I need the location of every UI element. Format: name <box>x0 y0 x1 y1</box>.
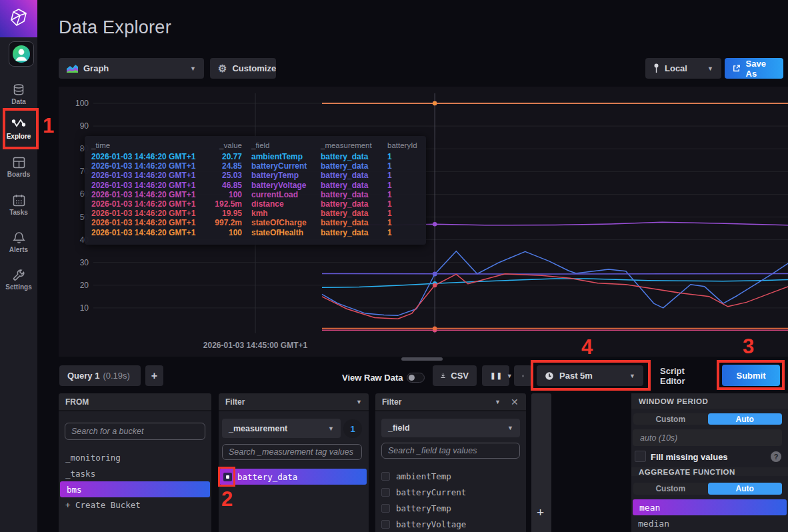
tooltip-cell: battery_data <box>321 190 387 199</box>
field-value-ambientTemp[interactable]: ambientTemp <box>375 468 526 484</box>
query-options-panel: WINDOW PERIOD Custom Auto auto (10s) Fil… <box>631 393 788 532</box>
csv-download-button[interactable]: CSV <box>433 365 477 386</box>
bucket-search-input[interactable]: Search for a bucket <box>65 423 205 440</box>
field-key-dropdown[interactable]: _field ▼ <box>381 419 520 437</box>
measurement-key-dropdown[interactable]: _measurement ▼ <box>222 419 341 438</box>
aggregate-function-mean[interactable]: mean <box>633 499 787 515</box>
window-period-toggle[interactable]: Custom Auto <box>633 413 782 425</box>
bucket-item-_tasks[interactable]: _tasks <box>59 465 211 481</box>
add-query-button[interactable]: + <box>145 365 163 386</box>
tooltip-header: _measurement <box>321 141 387 152</box>
submit-button[interactable]: Submit <box>722 365 780 386</box>
filter2-header[interactable]: Filter ▼ <box>375 393 526 411</box>
field-search-input[interactable]: Search _field tag values <box>381 443 520 459</box>
filter1-title: Filter <box>225 397 245 407</box>
timezone-label: Local <box>665 63 687 73</box>
visualization-type-dropdown[interactable]: Graph ▼ <box>59 58 204 79</box>
sidebar-item-settings[interactable]: Settings <box>0 269 37 291</box>
sidebar-item-alerts[interactable]: Alerts <box>0 231 37 253</box>
tooltip-cell: 2026-01-03 14:46:20 GMT+1 <box>91 199 205 209</box>
wrench-icon <box>13 269 25 281</box>
annotation-number-3: 3 <box>743 335 754 359</box>
window-period-value[interactable]: auto (10s) <box>633 429 782 446</box>
customize-button[interactable]: ⚙ Customize <box>210 58 276 79</box>
clock-icon <box>545 371 554 381</box>
tooltip-cell: 1 <box>387 199 419 209</box>
query-tab[interactable]: Query 1 (0.19s) <box>59 365 141 386</box>
tooltip-cell: 1 <box>387 181 419 190</box>
tooltip-cell: 2026-01-03 14:46:20 GMT+1 <box>91 171 205 180</box>
tooltip-cell: batteryCurrent <box>242 161 321 171</box>
sidebar-item-boards[interactable]: Boards <box>0 157 37 178</box>
timezone-dropdown[interactable]: Local ▼ <box>645 58 721 79</box>
bucket-search-placeholder: Search for a bucket <box>71 427 143 436</box>
sidebar: Data Explore Boards Tasks Alerts <box>0 0 37 532</box>
sidebar-item-tasks[interactable]: Tasks <box>0 194 37 216</box>
chevron-down-icon: ▼ <box>190 65 196 72</box>
calendar-icon <box>13 194 25 207</box>
field-value-batteryCurrent[interactable]: batteryCurrent <box>375 484 526 500</box>
time-range-dropdown[interactable]: Past 5m ▼ <box>537 365 643 386</box>
avatar[interactable] <box>9 41 34 67</box>
window-auto-option[interactable]: Auto <box>708 413 783 425</box>
aggregate-auto-option[interactable]: Auto <box>708 483 783 495</box>
view-raw-data-toggle[interactable] <box>407 373 425 383</box>
sidebar-item-data[interactable]: Data <box>0 84 37 105</box>
checkbox-unchecked-icon[interactable] <box>381 504 390 513</box>
tooltip-cell: 1 <box>387 209 419 218</box>
chevron-down-icon: ▼ <box>328 425 334 432</box>
save-as-button[interactable]: Save As <box>725 58 783 79</box>
add-filter-column[interactable]: + <box>531 393 551 532</box>
checkbox-unchecked-icon[interactable] <box>381 472 390 481</box>
aggregate-toggle[interactable]: Custom Auto <box>633 483 782 495</box>
tooltip-cell: battery_data <box>321 199 387 209</box>
sidebar-item-label: Boards <box>7 171 30 178</box>
script-editor-label: Script Editor <box>660 366 699 386</box>
bucket-item-_monitoring[interactable]: _monitoring <box>59 449 211 465</box>
tooltip-cell: batteryTemp <box>242 171 321 180</box>
tooltip-cell: 24.85 <box>205 161 242 171</box>
field-value-batteryVoltage[interactable]: batteryVoltage <box>375 516 526 532</box>
help-icon[interactable]: ? <box>771 451 781 462</box>
selected-count-badge: 1 <box>343 419 362 438</box>
tooltip-cell: 20.77 <box>205 152 242 161</box>
svg-text:20: 20 <box>80 281 89 290</box>
svg-text:90: 90 <box>80 121 89 131</box>
checkbox-unchecked-icon[interactable] <box>381 520 390 529</box>
add-filter-plus-icon[interactable]: + <box>537 505 544 520</box>
tooltip-header: batteryId <box>387 141 419 152</box>
field-search-placeholder: Search _field tag values <box>388 446 477 455</box>
measurement-key-label: _measurement <box>229 424 287 433</box>
aggregate-function-median[interactable]: median <box>631 515 788 531</box>
measurement-value-battery-data[interactable]: battery_data <box>219 469 367 485</box>
script-editor-button[interactable]: Script Editor <box>652 365 707 386</box>
field-value-batteryTemp[interactable]: batteryTemp <box>375 500 526 516</box>
influxdb-logo[interactable] <box>0 0 37 37</box>
resize-drag-handle[interactable] <box>401 357 443 361</box>
chevron-down-icon: ▼ <box>507 425 513 431</box>
filter2-title: Filter <box>382 397 401 407</box>
refresh-icon <box>522 371 524 381</box>
field-value-label: batteryVoltage <box>396 519 466 529</box>
fill-missing-checkbox[interactable] <box>635 451 646 462</box>
cube-icon <box>9 7 29 30</box>
from-panel: FROM Search for a bucket _monitoring_tas… <box>59 393 211 532</box>
sidebar-item-explore[interactable]: Explore <box>0 116 37 140</box>
sidebar-item-label: Settings <box>5 283 31 291</box>
svg-text:2026-01-03 14:45:00 GMT+1: 2026-01-03 14:45:00 GMT+1 <box>203 341 308 350</box>
checkbox-checked-icon[interactable] <box>223 473 232 481</box>
pause-refresh-button[interactable]: ❚❚ ▼ <box>482 365 509 386</box>
bell-icon <box>13 231 25 244</box>
close-icon[interactable]: ✕ <box>511 397 519 407</box>
aggregate-custom-option[interactable]: Custom <box>633 483 708 495</box>
measurement-search-input[interactable]: Search _measurement tag values <box>222 444 362 460</box>
create-bucket-button[interactable]: + Create Bucket <box>65 500 141 510</box>
window-custom-option[interactable]: Custom <box>633 413 708 425</box>
visualization-type-label: Graph <box>83 63 109 73</box>
refresh-button[interactable] <box>514 365 532 386</box>
checkbox-unchecked-icon[interactable] <box>381 488 390 497</box>
bucket-item-bms[interactable]: bms <box>60 481 210 497</box>
plus-icon: + <box>151 370 157 382</box>
annotation-number-4: 4 <box>581 335 593 359</box>
filter1-header[interactable]: Filter ▼ <box>219 393 369 411</box>
